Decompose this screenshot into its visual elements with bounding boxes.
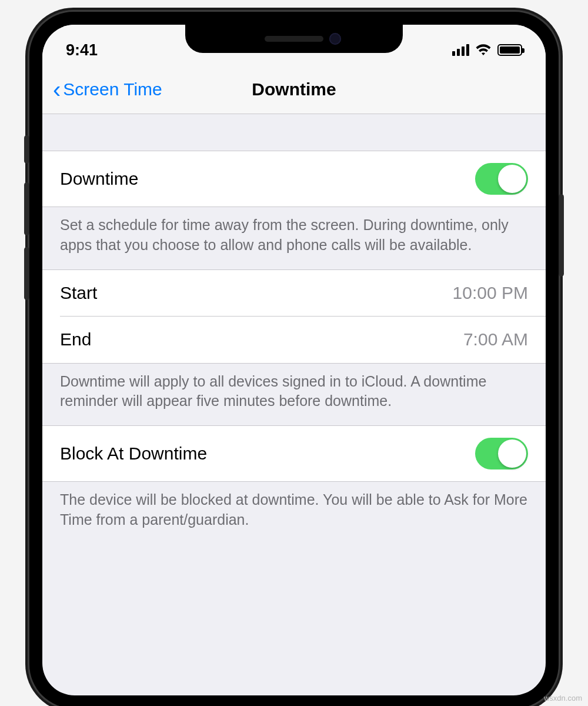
block-switch[interactable] — [475, 438, 528, 469]
volume-up-button — [24, 182, 29, 235]
watermark: wsxdn.com — [544, 694, 582, 702]
status-icons — [452, 44, 522, 56]
phone-frame: 9:41 ‹ Screen Time Downtime — [29, 12, 559, 706]
status-time: 9:41 — [66, 41, 98, 59]
battery-icon — [497, 44, 522, 56]
block-toggle-row: Block At Downtime — [42, 425, 546, 482]
downtime-label: Downtime — [60, 169, 138, 189]
settings-content: Downtime Set a schedule for time away fr… — [42, 114, 546, 544]
end-label: End — [60, 329, 91, 349]
downtime-footer: Set a schedule for time away from the sc… — [42, 207, 546, 269]
schedule-footer: Downtime will apply to all devices signe… — [42, 364, 546, 426]
power-button — [559, 194, 564, 277]
switch-knob — [498, 439, 526, 468]
start-label: Start — [60, 283, 97, 303]
front-camera — [329, 33, 341, 45]
back-button[interactable]: ‹ Screen Time — [53, 79, 162, 99]
switch-knob — [498, 165, 526, 193]
block-footer: The device will be blocked at downtime. … — [42, 482, 546, 544]
downtime-switch[interactable] — [475, 163, 528, 195]
notch — [185, 25, 403, 53]
start-time-row[interactable]: Start 10:00 PM — [42, 269, 546, 317]
mute-switch — [24, 135, 29, 164]
start-value: 10:00 PM — [453, 283, 528, 303]
end-value: 7:00 AM — [463, 329, 528, 349]
end-time-row[interactable]: End 7:00 AM — [42, 317, 546, 364]
downtime-toggle-row: Downtime — [42, 151, 546, 207]
nav-bar: ‹ Screen Time Downtime — [42, 67, 546, 114]
cellular-icon — [452, 44, 469, 56]
page-title: Downtime — [252, 79, 336, 99]
block-label: Block At Downtime — [60, 444, 207, 464]
back-label: Screen Time — [63, 79, 162, 99]
chevron-left-icon: ‹ — [53, 82, 61, 96]
volume-down-button — [24, 247, 29, 300]
screen: 9:41 ‹ Screen Time Downtime — [42, 25, 546, 695]
speaker-grille — [265, 36, 323, 42]
wifi-icon — [475, 44, 492, 56]
